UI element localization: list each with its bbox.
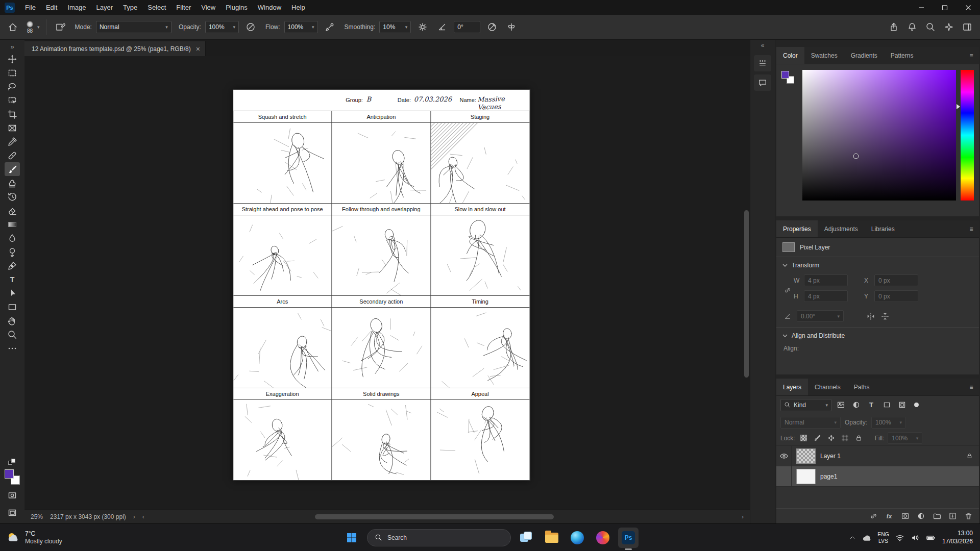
- filter-kind-dropdown[interactable]: Kind ▾: [780, 399, 831, 411]
- link-layers-button[interactable]: [868, 511, 879, 522]
- wifi-button[interactable]: [895, 533, 904, 542]
- maximize-button[interactable]: [933, 0, 957, 15]
- tab-libraries[interactable]: Libraries: [865, 220, 901, 237]
- lock-pixels-button[interactable]: [813, 433, 823, 443]
- menu-view[interactable]: View: [196, 0, 220, 15]
- taskbar-search[interactable]: Search: [367, 529, 511, 546]
- tab-swatches[interactable]: Swatches: [804, 47, 844, 64]
- smoothing-options-button[interactable]: [415, 19, 430, 35]
- new-group-button[interactable]: [931, 511, 942, 522]
- zoom-level[interactable]: 25%: [31, 513, 43, 520]
- tab-properties[interactable]: Properties: [776, 220, 818, 237]
- filter-smart-objects-button[interactable]: [896, 399, 908, 411]
- lock-artboard-button[interactable]: [840, 433, 850, 443]
- layer-visibility-toggle[interactable]: [776, 466, 792, 486]
- object-selection-tool[interactable]: [5, 93, 20, 107]
- home-button[interactable]: [5, 19, 20, 35]
- layer-visibility-toggle[interactable]: [776, 446, 792, 466]
- menu-select[interactable]: Select: [142, 0, 171, 15]
- color-swatches[interactable]: [5, 469, 20, 485]
- rectangle-tool[interactable]: [5, 300, 20, 314]
- comments-panel-button[interactable]: [754, 74, 771, 91]
- opacity-field[interactable]: 100% ▾: [205, 21, 239, 33]
- hue-slider-marker[interactable]: [957, 104, 960, 109]
- search-button[interactable]: [923, 19, 938, 35]
- saturation-brightness-field[interactable]: [802, 70, 956, 201]
- edit-toolbar-button[interactable]: [5, 341, 20, 355]
- tab-color[interactable]: Color: [776, 47, 804, 64]
- menu-window[interactable]: Window: [253, 0, 286, 15]
- brushes-panel-button[interactable]: [754, 55, 771, 71]
- layer-row-page1[interactable]: page1: [776, 466, 979, 487]
- x-field[interactable]: 0 px: [874, 274, 918, 286]
- link-dimensions[interactable]: [781, 274, 794, 306]
- frame-tool[interactable]: [5, 121, 20, 135]
- toolbar-expand-icon[interactable]: »: [10, 41, 14, 52]
- horizontal-scrollbar[interactable]: [152, 514, 734, 519]
- menu-image[interactable]: Image: [62, 0, 91, 15]
- lock-all-button[interactable]: [854, 433, 864, 443]
- height-field[interactable]: 4 px: [804, 290, 848, 302]
- tab-patterns[interactable]: Patterns: [884, 47, 920, 64]
- start-button[interactable]: [341, 528, 362, 548]
- foreground-color-chip[interactable]: [781, 71, 789, 79]
- healing-brush-tool[interactable]: [5, 148, 20, 162]
- brush-settings-toggle[interactable]: [53, 19, 68, 35]
- pressure-opacity-button[interactable]: [243, 19, 258, 35]
- flip-vertical-icon[interactable]: [880, 312, 890, 321]
- flip-horizontal-icon[interactable]: [866, 312, 875, 321]
- gradient-tool[interactable]: [5, 217, 20, 231]
- eyedropper-tool[interactable]: [5, 135, 20, 148]
- weather-widget[interactable]: 7°C Mostly cloudy: [0, 530, 62, 545]
- tab-layers[interactable]: Layers: [776, 379, 808, 395]
- zoom-tool[interactable]: [5, 328, 20, 341]
- blend-mode-dropdown[interactable]: Normal ▾: [96, 21, 172, 33]
- default-colors-button[interactable]: [8, 459, 16, 466]
- tab-adjustments[interactable]: Adjustments: [818, 220, 865, 237]
- lock-position-button[interactable]: [826, 433, 837, 443]
- brush-angle-field[interactable]: 0°: [454, 21, 480, 33]
- menu-help[interactable]: Help: [286, 0, 310, 15]
- clock[interactable]: 13:00 17/03/2026: [942, 530, 973, 545]
- menu-edit[interactable]: Edit: [41, 0, 62, 15]
- layer-opacity-field[interactable]: 100% ▾: [871, 417, 906, 429]
- history-brush-tool[interactable]: [5, 190, 20, 204]
- edge-button[interactable]: [567, 528, 587, 548]
- blur-tool[interactable]: [5, 231, 20, 245]
- dodge-tool[interactable]: [5, 245, 20, 259]
- add-mask-button[interactable]: [899, 511, 911, 522]
- filter-pixel-layers-button[interactable]: [835, 399, 847, 411]
- menu-plugins[interactable]: Plugins: [220, 0, 253, 15]
- tab-channels[interactable]: Channels: [808, 379, 847, 395]
- brush-angle-button[interactable]: [434, 19, 450, 35]
- tab-close-icon[interactable]: ×: [196, 45, 200, 53]
- transform-section-header[interactable]: Transform: [776, 257, 979, 273]
- pressure-size-button[interactable]: [484, 19, 500, 35]
- notifications-button[interactable]: [904, 19, 920, 35]
- marquee-tool[interactable]: [5, 66, 20, 80]
- quick-mask-button[interactable]: [5, 488, 20, 502]
- eraser-tool[interactable]: [5, 204, 20, 217]
- onedrive-button[interactable]: [862, 534, 871, 541]
- rotation-field[interactable]: 0.00° ▾: [797, 310, 844, 322]
- pen-tool[interactable]: [5, 259, 20, 272]
- new-layer-button[interactable]: [947, 511, 958, 522]
- symmetry-button[interactable]: [504, 19, 519, 35]
- width-field[interactable]: 4 px: [804, 274, 848, 286]
- menu-layer[interactable]: Layer: [91, 0, 118, 15]
- new-adjustment-layer-button[interactable]: [915, 511, 926, 522]
- delete-layer-button[interactable]: [963, 511, 974, 522]
- path-selection-tool[interactable]: [5, 286, 20, 300]
- share-button[interactable]: [886, 19, 901, 35]
- lasso-tool[interactable]: [5, 80, 20, 93]
- scroll-left-icon[interactable]: ‹: [142, 513, 144, 520]
- layer-effects-button[interactable]: fx: [884, 511, 895, 522]
- layer-blend-mode-dropdown[interactable]: Normal ▾: [780, 417, 841, 429]
- filter-type-layers-button[interactable]: T: [865, 399, 877, 411]
- layer-name[interactable]: Layer 1: [820, 453, 841, 460]
- horizontal-scrollbar-thumb[interactable]: [315, 514, 554, 519]
- hand-tool[interactable]: [5, 314, 20, 328]
- creative-cloud-button[interactable]: [593, 528, 613, 548]
- color-cursor[interactable]: [853, 153, 859, 159]
- menu-type[interactable]: Type: [118, 0, 142, 15]
